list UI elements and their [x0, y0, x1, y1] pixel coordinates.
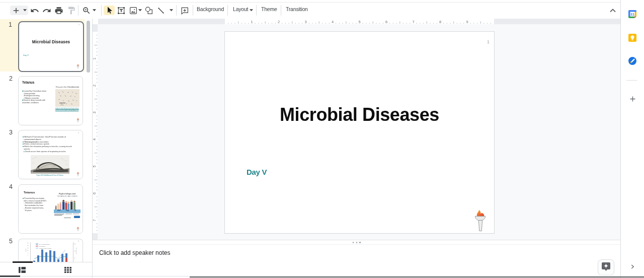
svg-text:31: 31: [630, 12, 635, 17]
svg-text:150: 150: [74, 243, 76, 244]
svg-text:No. of Tetanus Cases: No. of Tetanus Cases: [39, 244, 50, 245]
svg-text:5: 5: [28, 252, 29, 253]
svg-text:Incidence rate per million: Incidence rate per million: [39, 248, 52, 249]
svg-text:Td: Td: [74, 210, 76, 212]
svg-text:15: 15: [27, 247, 29, 248]
svg-text:DTaP: DTaP: [57, 210, 61, 212]
svg-text:20: 20: [27, 245, 29, 246]
svg-text:50: 50: [74, 257, 75, 258]
svg-text:25: 25: [27, 242, 29, 243]
svg-text:0: 0: [28, 255, 29, 256]
svg-text:10: 10: [27, 250, 29, 251]
svg-text:Tdap: Tdap: [66, 210, 69, 212]
svg-text:Cases: Cases: [25, 248, 26, 252]
svg-text:Incidence rate: Incidence rate: [75, 247, 76, 254]
svg-text:2017 Cases: 2017 Cases: [39, 246, 46, 247]
svg-text:10 um: 10 um: [60, 104, 64, 106]
